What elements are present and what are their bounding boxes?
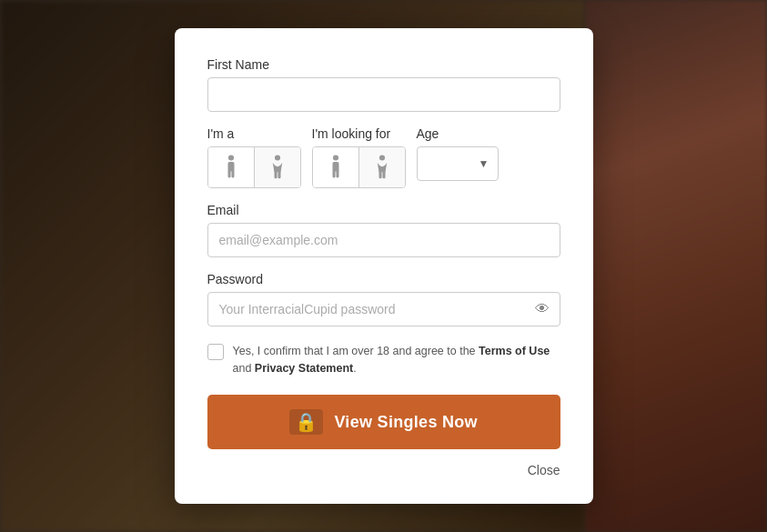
ima-label: I'm a bbox=[207, 126, 301, 141]
first-name-section: First Name bbox=[207, 57, 560, 112]
terms-before: Yes, I confirm that I am over 18 and agr… bbox=[233, 345, 479, 357]
password-input[interactable] bbox=[207, 292, 560, 326]
terms-checkbox[interactable] bbox=[207, 344, 224, 360]
svg-rect-10 bbox=[336, 169, 338, 177]
ima-male-option[interactable] bbox=[208, 147, 255, 187]
looking-for-selector[interactable] bbox=[312, 146, 406, 188]
svg-rect-2 bbox=[227, 169, 230, 177]
signup-modal: First Name I'm a bbox=[175, 28, 593, 505]
looking-for-group: I'm looking for bbox=[312, 126, 406, 188]
modal-wrapper: First Name I'm a bbox=[0, 0, 767, 532]
svg-point-7 bbox=[332, 155, 338, 160]
close-button[interactable]: Close bbox=[528, 463, 560, 477]
lf-male-option[interactable] bbox=[313, 147, 359, 187]
terms-after: . bbox=[353, 362, 356, 375]
male-icon bbox=[221, 155, 241, 180]
svg-rect-12 bbox=[378, 170, 381, 178]
terms-of-use-link[interactable]: Terms of Use bbox=[479, 345, 550, 357]
ima-selector[interactable] bbox=[207, 146, 301, 188]
email-input[interactable] bbox=[207, 223, 560, 257]
svg-rect-3 bbox=[231, 169, 234, 177]
email-section: Email bbox=[207, 203, 560, 257]
age-select-wrap: 18 19 20 21 22 25 30 35 40 45 50 ▼ bbox=[417, 146, 499, 181]
terms-row: Yes, I confirm that I am over 18 and agr… bbox=[207, 343, 560, 377]
svg-rect-6 bbox=[278, 170, 280, 178]
password-wrap: 👁 bbox=[207, 292, 560, 326]
password-toggle-icon[interactable]: 👁 bbox=[535, 301, 550, 317]
first-name-label: First Name bbox=[207, 57, 560, 72]
svg-point-11 bbox=[378, 155, 384, 160]
gender-age-row: I'm a bbox=[207, 126, 560, 188]
email-label: Email bbox=[207, 203, 560, 217]
privacy-statement-link[interactable]: Privacy Statement bbox=[255, 362, 353, 375]
lf-male-icon bbox=[326, 155, 346, 180]
password-label: Password bbox=[207, 272, 560, 286]
age-label: Age bbox=[417, 126, 499, 141]
lf-female-option[interactable] bbox=[359, 147, 405, 187]
svg-point-0 bbox=[227, 155, 233, 160]
age-select[interactable]: 18 19 20 21 22 25 30 35 40 45 50 bbox=[417, 146, 499, 181]
age-group: Age 18 19 20 21 22 25 30 35 40 45 5 bbox=[417, 126, 499, 181]
terms-middle: and bbox=[233, 362, 255, 375]
terms-text: Yes, I confirm that I am over 18 and agr… bbox=[233, 343, 560, 377]
lock-icon: 🔒 bbox=[289, 409, 323, 435]
svg-rect-5 bbox=[274, 170, 277, 178]
female-icon bbox=[267, 155, 288, 180]
ima-female-option[interactable] bbox=[255, 147, 300, 187]
svg-point-4 bbox=[274, 155, 279, 160]
svg-rect-9 bbox=[332, 169, 335, 177]
password-section: Password 👁 bbox=[207, 272, 560, 326]
looking-for-label: I'm looking for bbox=[312, 126, 406, 141]
lf-female-icon bbox=[372, 155, 392, 180]
ima-group: I'm a bbox=[207, 126, 301, 188]
close-row: Close bbox=[207, 462, 560, 478]
svg-rect-13 bbox=[382, 170, 385, 178]
cta-button-label: View Singles Now bbox=[334, 413, 478, 432]
view-singles-button[interactable]: 🔒 View Singles Now bbox=[207, 395, 560, 449]
first-name-input[interactable] bbox=[207, 77, 560, 112]
